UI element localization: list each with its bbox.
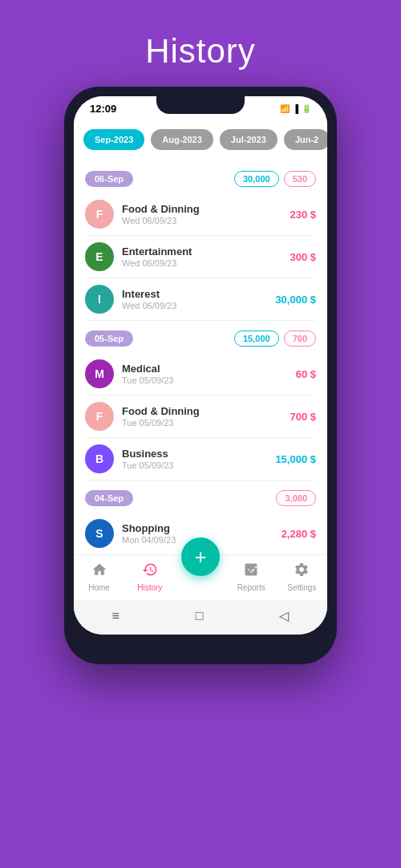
date-label-06sep: 06-Sep — [85, 171, 133, 187]
fab-add[interactable]: + — [181, 537, 220, 576]
transaction-amount-food-1: 700 $ — [290, 411, 316, 423]
settings-icon — [294, 562, 310, 582]
avatar-interest-0: I — [85, 285, 114, 314]
transaction-date-business-1: Tue 05/09/23 — [122, 460, 275, 470]
date-label-04sep: 04-Sep — [85, 490, 133, 506]
transaction-date-entertainment-0: Wed 06/09/23 — [122, 258, 290, 268]
date-section-05sep: 05-Sep 15,000 760 — [85, 321, 316, 353]
month-tab-jul[interactable]: Jul-2023 — [220, 129, 277, 150]
date-totals-06sep: 30,000 530 — [234, 171, 316, 187]
transaction-food-0[interactable]: F Food & Dinning Wed 06/09/23 230 $ — [85, 193, 316, 236]
month-tab-aug[interactable]: Aug-2023 — [151, 129, 213, 150]
transaction-name-food-1: Food & Dinning — [122, 405, 290, 417]
transaction-date-food-0: Wed 06/09/23 — [122, 216, 290, 225]
history-icon — [142, 562, 158, 582]
date-section-06sep: 06-Sep 30,000 530 — [85, 161, 316, 193]
transaction-details-business-1: Business Tue 05/09/23 — [122, 448, 275, 470]
transaction-name-food-0: Food & Dinning — [122, 203, 290, 215]
transaction-amount-food-0: 230 $ — [290, 209, 316, 221]
nav-reports-label: Reports — [237, 583, 265, 592]
transaction-details-interest-0: Interest Wed 06/09/23 — [122, 288, 275, 310]
wifi-icon: 📶 — [280, 104, 290, 113]
page-title: History — [145, 32, 256, 71]
nav-history-label: History — [137, 583, 162, 592]
transaction-date-food-1: Tue 05/09/23 — [122, 418, 290, 428]
transaction-name-entertainment-0: Entertainment — [122, 245, 290, 258]
transaction-amount-medical-1: 60 $ — [296, 368, 316, 380]
avatar-medical-1: M — [85, 359, 114, 388]
nav-settings-label: Settings — [287, 583, 316, 592]
month-tab-jun[interactable]: Jun-2 — [284, 129, 327, 150]
home-indicator: □ — [196, 609, 204, 623]
transaction-business-1[interactable]: B Business Tue 05/09/23 15,000 $ — [85, 438, 316, 481]
transaction-details-medical-1: Medical Tue 05/09/23 — [122, 363, 296, 385]
phone-bottom-bar: ≡ □ ◁ — [74, 600, 327, 635]
reports-icon — [243, 562, 259, 582]
transaction-name-medical-1: Medical — [122, 363, 296, 375]
avatar-entertainment-0: E — [85, 242, 114, 271]
menu-icon: ≡ — [111, 609, 119, 623]
home-icon — [91, 562, 107, 582]
transaction-details-food-0: Food & Dinning Wed 06/09/23 — [122, 203, 290, 225]
back-icon: ◁ — [279, 608, 289, 623]
nav-home-label: Home — [88, 583, 110, 592]
transaction-details-entertainment-0: Entertainment Wed 06/09/23 — [122, 245, 290, 268]
date-totals-04sep: 3,080 — [276, 490, 316, 506]
avatar-shopping-2: S — [85, 519, 114, 548]
nav-history[interactable]: History — [126, 562, 174, 592]
transaction-amount-entertainment-0: 300 $ — [290, 251, 316, 263]
month-tabs: Sep-2023 Aug-2023 Jul-2023 Jun-2 — [74, 118, 327, 161]
income-badge-05sep: 15,000 — [234, 331, 279, 347]
avatar-food-0: F — [85, 200, 114, 229]
transaction-name-shopping-2: Shopping — [122, 522, 282, 534]
transaction-date-interest-0: Wed 06/09/23 — [122, 301, 275, 310]
battery-icon: 🔋 — [302, 104, 311, 113]
status-time: 12:09 — [90, 103, 116, 115]
transaction-amount-shopping-2: 2,280 $ — [282, 528, 316, 540]
transaction-entertainment-0[interactable]: E Entertainment Wed 06/09/23 300 $ — [85, 236, 316, 278]
expense-badge-06sep: 530 — [284, 171, 316, 187]
transactions-list: 06-Sep 30,000 530 F Food & Dinning Wed 0… — [74, 161, 327, 554]
transaction-amount-business-1: 15,000 $ — [275, 453, 316, 465]
transaction-food-1[interactable]: F Food & Dinning Tue 05/09/23 700 $ — [85, 395, 316, 438]
date-section-04sep: 04-Sep 3,080 — [85, 481, 316, 513]
income-badge-06sep: 30,000 — [234, 171, 279, 187]
bottom-nav: + Home History — [74, 554, 327, 600]
transaction-name-interest-0: Interest — [122, 288, 275, 300]
expense-badge-05sep: 760 — [284, 331, 316, 347]
month-tab-sep[interactable]: Sep-2023 — [83, 129, 144, 150]
avatar-food-1: F — [85, 402, 114, 431]
nav-home[interactable]: Home — [75, 562, 124, 592]
transaction-amount-interest-0: 30,000 $ — [275, 294, 316, 306]
expense-badge-04sep: 3,080 — [276, 490, 316, 506]
phone-notch — [156, 96, 245, 114]
nav-settings[interactable]: Settings — [277, 562, 326, 592]
date-totals-05sep: 15,000 760 — [234, 331, 316, 347]
transaction-medical-1[interactable]: M Medical Tue 05/09/23 60 $ — [85, 353, 316, 395]
transaction-date-medical-1: Tue 05/09/23 — [122, 375, 296, 385]
phone-screen: 12:09 📶 ▐ 🔋 Sep-2023 Aug-2023 Jul-2023 J… — [74, 96, 327, 635]
status-icons: 📶 ▐ 🔋 — [280, 104, 311, 113]
transaction-details-food-1: Food & Dinning Tue 05/09/23 — [122, 405, 290, 428]
avatar-business-1: B — [85, 444, 114, 473]
transaction-interest-0[interactable]: I Interest Wed 06/09/23 30,000 $ — [85, 278, 316, 321]
date-label-05sep: 05-Sep — [85, 331, 133, 347]
nav-reports[interactable]: Reports — [227, 562, 275, 592]
transaction-name-business-1: Business — [122, 448, 275, 460]
signal-icon: ▐ — [293, 104, 298, 113]
phone-frame: 12:09 📶 ▐ 🔋 Sep-2023 Aug-2023 Jul-2023 J… — [64, 87, 337, 664]
